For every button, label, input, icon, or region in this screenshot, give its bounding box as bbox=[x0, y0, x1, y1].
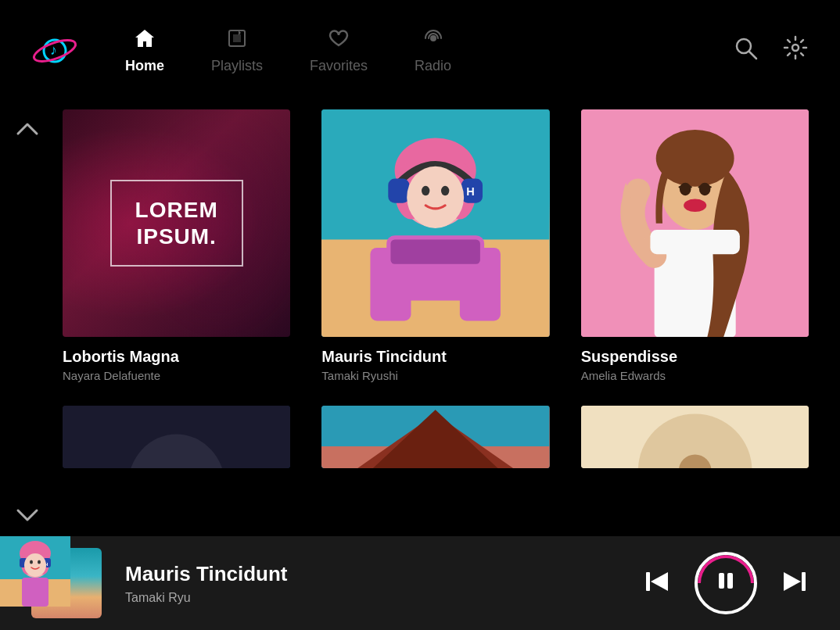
album-cover-5 bbox=[321, 406, 549, 468]
radio-icon bbox=[422, 27, 444, 53]
nav-home[interactable]: Home bbox=[125, 27, 164, 74]
album-card-3[interactable]: Suspendisse Amelia Edwards bbox=[581, 109, 809, 382]
settings-button[interactable] bbox=[782, 34, 809, 67]
album-cover-2: H bbox=[321, 109, 549, 337]
album-lorem-text-2: IPSUM. bbox=[135, 224, 218, 250]
svg-rect-58 bbox=[727, 573, 733, 589]
album-card-5[interactable] bbox=[321, 406, 549, 479]
next-button[interactable] bbox=[781, 567, 809, 600]
nav-items: Home Playlists Favorites bbox=[125, 27, 732, 74]
svg-line-7 bbox=[749, 52, 756, 59]
search-button[interactable] bbox=[732, 34, 759, 67]
svg-rect-4 bbox=[233, 34, 241, 42]
nav-radio-label: Radio bbox=[415, 58, 451, 74]
svg-rect-57 bbox=[719, 573, 724, 589]
svg-rect-32 bbox=[650, 230, 739, 254]
nav-home-label: Home bbox=[125, 58, 164, 74]
playlists-icon bbox=[226, 27, 248, 53]
svg-point-20 bbox=[441, 186, 449, 195]
top-navigation: ♪ Home Playlists bbox=[0, 0, 840, 102]
player-artist: Tamaki Ryu bbox=[125, 591, 619, 605]
svg-rect-15 bbox=[389, 178, 410, 202]
svg-point-5 bbox=[431, 36, 436, 41]
album-lorem-text-1: LOREM bbox=[135, 197, 218, 224]
svg-point-31 bbox=[684, 199, 706, 212]
player-title: Mauris Tincidunt bbox=[125, 562, 619, 586]
player-bar: H Mauris Tincidunt Tamaki Ryu bbox=[0, 536, 840, 630]
album-card-2[interactable]: H bbox=[321, 109, 549, 382]
svg-point-53 bbox=[38, 560, 41, 564]
nav-playlists[interactable]: Playlists bbox=[211, 27, 263, 74]
album-artist-1: Nayara Delafuente bbox=[63, 369, 290, 382]
album-card-1[interactable]: LOREM IPSUM. Lobortis Magna Nayara Delaf… bbox=[63, 109, 290, 382]
player-controls bbox=[643, 552, 809, 614]
svg-rect-55 bbox=[646, 572, 650, 591]
favorites-icon bbox=[328, 27, 350, 53]
scroll-down-button[interactable] bbox=[16, 503, 39, 528]
album-title-2: Mauris Tincidunt bbox=[321, 348, 549, 366]
svg-text:H: H bbox=[467, 185, 476, 198]
svg-text:♪: ♪ bbox=[50, 42, 57, 58]
player-thumbnail: H bbox=[31, 548, 102, 618]
svg-point-19 bbox=[422, 186, 429, 195]
album-card-6[interactable] bbox=[581, 406, 809, 479]
svg-point-18 bbox=[407, 166, 465, 228]
prev-button[interactable] bbox=[643, 567, 671, 600]
pause-button[interactable] bbox=[695, 552, 757, 614]
svg-marker-56 bbox=[651, 572, 668, 591]
player-info: Mauris Tincidunt Tamaki Ryu bbox=[125, 562, 619, 605]
album-cover-3 bbox=[581, 109, 809, 337]
pause-icon bbox=[715, 570, 737, 597]
svg-point-8 bbox=[792, 45, 799, 51]
album-artist-2: Tamaki Ryushi bbox=[321, 369, 549, 382]
album-title-1: Lobortis Magna bbox=[63, 348, 290, 366]
svg-rect-59 bbox=[802, 572, 806, 591]
app-logo[interactable]: ♪ bbox=[31, 27, 78, 74]
nav-right-actions bbox=[732, 34, 809, 67]
album-cover-6 bbox=[581, 406, 809, 468]
main-content: LOREM IPSUM. Lobortis Magna Nayara Delaf… bbox=[0, 102, 840, 536]
album-title-3: Suspendisse bbox=[581, 348, 809, 366]
nav-playlists-label: Playlists bbox=[211, 58, 263, 74]
album-cover-4 bbox=[63, 406, 290, 468]
nav-favorites-label: Favorites bbox=[310, 58, 368, 74]
album-grid: LOREM IPSUM. Lobortis Magna Nayara Delaf… bbox=[63, 102, 809, 479]
nav-favorites[interactable]: Favorites bbox=[310, 27, 368, 74]
svg-rect-54 bbox=[31, 578, 48, 607]
scroll-up-button[interactable] bbox=[16, 117, 39, 142]
nav-radio[interactable]: Radio bbox=[415, 27, 451, 74]
album-cover-1: LOREM IPSUM. bbox=[63, 109, 290, 337]
svg-rect-24 bbox=[391, 239, 480, 263]
home-icon bbox=[134, 27, 156, 53]
svg-point-28 bbox=[655, 130, 734, 187]
svg-marker-60 bbox=[784, 572, 801, 591]
album-artist-3: Amelia Edwards bbox=[581, 369, 809, 382]
album-card-4[interactable] bbox=[63, 406, 290, 479]
